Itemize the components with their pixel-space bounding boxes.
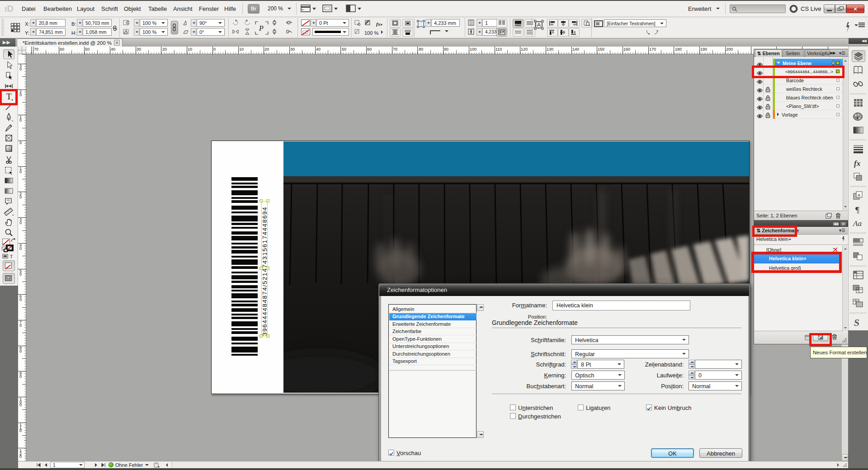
svg-text:¶: ¶ <box>855 205 859 215</box>
svg-text:S: S <box>853 317 860 328</box>
svg-text:P: P <box>259 24 264 32</box>
svg-text:fx: fx <box>854 159 861 168</box>
svg-text:Aa: Aa <box>853 219 862 228</box>
